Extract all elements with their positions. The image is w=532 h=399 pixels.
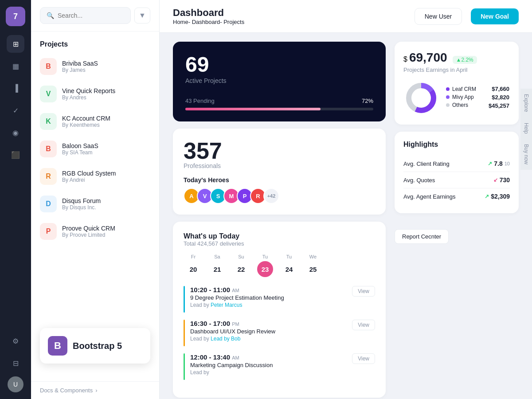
left-panel: 69 Active Projects 43 Pending 72% 357 Pr…: [173, 42, 386, 390]
report-center-button[interactable]: Report Cecnter: [395, 229, 449, 244]
event-period: AM: [232, 288, 239, 293]
cal-day-number: 20: [185, 261, 201, 277]
legend-dot: [446, 87, 450, 91]
page-title: Dashboard: [173, 7, 406, 19]
new-goal-button[interactable]: New Goal: [471, 8, 519, 24]
event-period: AM: [232, 355, 239, 360]
cal-day-name: Sa: [207, 254, 227, 259]
professionals-count: 357: [184, 139, 375, 162]
earnings-label: Projects Earnings in April: [403, 66, 510, 73]
legend-name: Leaf CRM: [452, 86, 476, 92]
project-name: RGB Cloud System: [62, 170, 116, 177]
sidebar-item-baloon[interactable]: B Baloon SaaS By SIA Team: [31, 135, 159, 163]
nav-icon-check[interactable]: ✓: [7, 102, 24, 119]
project-by: By Keenthemes: [62, 122, 110, 128]
nav-icon-layers[interactable]: ◉: [7, 124, 24, 141]
nav-icon-home[interactable]: ⊞: [7, 35, 24, 53]
highlight-value: ↙ 730: [493, 176, 510, 184]
calendar-day[interactable]: Sa 21: [207, 254, 227, 277]
earnings-dollar: $: [403, 55, 407, 63]
filter-button[interactable]: ▼: [134, 8, 150, 23]
calendar-row: Fr 20 Sa 21 Su 22 Tu 23 Tu 24 We 25: [184, 254, 375, 277]
legend-dot: [446, 95, 450, 99]
trend-down-icon: ↙: [493, 177, 498, 183]
legend-name: Others: [452, 102, 468, 108]
cal-day-number: 25: [305, 261, 321, 277]
view-button[interactable]: View: [352, 320, 375, 330]
schedule-event: 12:00 - 13:40 AM Marketing Campaign Disc…: [184, 353, 375, 380]
view-button[interactable]: View: [352, 286, 375, 297]
highlight-name: Avg. Client Rating: [403, 160, 450, 167]
legend-amounts: $7,660$2,820$45,257: [489, 86, 509, 111]
project-name: Baloon SaaS: [62, 142, 98, 149]
highlight-name: Avg. Quotes: [403, 177, 435, 184]
breadcrumb-home[interactable]: Home-: [173, 19, 190, 25]
calendar-day[interactable]: Tu 24: [279, 254, 299, 277]
highlight-value: ↗ $2,309: [485, 193, 510, 200]
event-name: Dashboard UI/UX Design Review: [190, 328, 347, 335]
sidebar-item-rgb[interactable]: R RGB Cloud System By Andrei: [31, 163, 159, 190]
user-profile-avatar[interactable]: U: [8, 376, 23, 392]
sidebar-item-vine[interactable]: V Vine Quick Reports By Andres: [31, 80, 159, 108]
highlights-card: Highlights Avg. Client Rating ↗ 7.8 10 A…: [395, 132, 519, 213]
sidebar-item-kc[interactable]: K KC Account CRM By Keenthemes: [31, 108, 159, 135]
docs-link[interactable]: Docs & Components: [40, 387, 93, 394]
project-icon: P: [40, 223, 57, 240]
nav-icon-grid[interactable]: ▦: [7, 57, 24, 75]
user-avatar-number[interactable]: 7: [6, 7, 25, 26]
side-tab-buy-now[interactable]: Buy now: [520, 139, 532, 170]
search-input[interactable]: [58, 12, 124, 19]
calendar-day[interactable]: We 25: [303, 254, 323, 277]
event-lead-link[interactable]: Peter Marcus: [211, 302, 242, 308]
breadcrumb-dashboard[interactable]: Dashboard-: [192, 19, 222, 25]
project-name: KC Account CRM: [62, 115, 110, 122]
progress-bar-inner: [185, 108, 321, 110]
highlights-title: Highlights: [403, 141, 510, 149]
project-info: RGB Cloud System By Andrei: [62, 170, 116, 183]
sidebar-item-briviba[interactable]: B Briviba SaaS By James: [31, 53, 159, 80]
cal-day-name: Fr: [184, 254, 203, 259]
sidebar-item-proove[interactable]: P Proove Quick CRM By Proove Limited: [31, 218, 159, 245]
cal-day-name: Su: [231, 254, 251, 259]
new-user-button[interactable]: New User: [415, 8, 462, 25]
sidebar-search-header: 🔍 ▼: [31, 0, 159, 31]
schedule-title: What's up Today: [184, 232, 375, 240]
highlight-row: Avg. Quotes ↙ 730: [403, 172, 510, 188]
project-by: By Disqus Inc.: [62, 204, 101, 211]
side-tab-help[interactable]: Help: [520, 117, 532, 139]
event-lead-link[interactable]: Lead by Bob: [211, 336, 240, 342]
search-box[interactable]: 🔍: [40, 7, 131, 24]
avatars-row: AVSMPR+42: [184, 188, 375, 204]
events-list: 10:20 - 11:00 AM 9 Degree Project Estima…: [184, 286, 375, 380]
view-button[interactable]: View: [352, 353, 375, 364]
schedule-card: What's up Today Total 424,567 deliveries…: [173, 222, 386, 398]
sidebar-footer[interactable]: Docs & Components ›: [31, 381, 159, 399]
earnings-badge: ▲2.2%: [453, 56, 477, 64]
event-lead: Lead by: [190, 369, 347, 376]
professionals-card: 357 Professionals Today's Heroes AVSMPR+…: [173, 129, 386, 215]
chevron-right-icon: ›: [95, 387, 97, 394]
event-details: 12:00 - 13:40 AM Marketing Campaign Disc…: [190, 353, 347, 376]
project-by: By Andrei: [62, 177, 116, 183]
sidebar: 🔍 ▼ Projects B Briviba SaaS By James V V…: [31, 0, 160, 399]
more-avatars-badge: +42: [263, 188, 279, 204]
sidebar-item-disqus[interactable]: D Disqus Forum By Disqus Inc.: [31, 190, 159, 218]
nav-icon-briefcase[interactable]: ⬛: [7, 146, 24, 164]
legend-name: Mivy App: [452, 94, 474, 100]
nav-icon-settings[interactable]: ⚙: [7, 332, 24, 350]
project-info: Proove Quick CRM By Proove Limited: [62, 225, 115, 238]
event-lead: Lead by Lead by Bob: [190, 336, 347, 342]
event-name: 9 Degree Project Estimation Meeting: [190, 294, 347, 301]
nav-icon-dashboard2[interactable]: ⊟: [7, 354, 24, 372]
breadcrumb: Home- Dashboard- Projects: [173, 19, 406, 25]
right-panel: $ 69,700 ▲2.2% Projects Earnings in Apri…: [395, 42, 519, 390]
calendar-day[interactable]: Tu 23: [255, 254, 275, 277]
project-icon: R: [40, 168, 57, 185]
legend-item: Others: [446, 102, 476, 108]
professionals-label: Professionals: [184, 162, 375, 169]
side-tab-explore[interactable]: Explore: [520, 89, 532, 117]
calendar-day[interactable]: Su 22: [231, 254, 251, 277]
calendar-day[interactable]: Fr 20: [184, 254, 203, 277]
project-info: Disqus Forum By Disqus Inc.: [62, 197, 101, 211]
nav-icon-chart[interactable]: ▐: [7, 79, 24, 97]
